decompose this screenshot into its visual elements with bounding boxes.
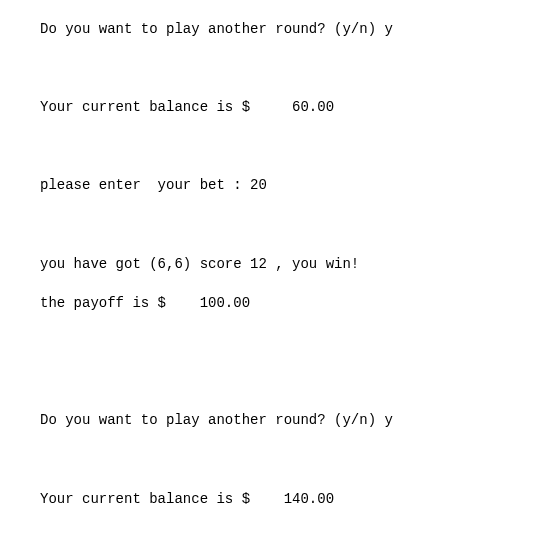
play-prompt-line: Do you want to play another round? (y/n)… xyxy=(40,411,514,431)
blank-line xyxy=(40,451,514,471)
bet-prompt-line: please enter your bet : 20 xyxy=(40,176,514,196)
blank-line xyxy=(40,59,514,79)
blank-line xyxy=(40,333,514,353)
balance-line: Your current balance is $ 140.00 xyxy=(40,490,514,510)
blank-line xyxy=(40,372,514,392)
roll-result-line: you have got (6,6) score 12 , you win! xyxy=(40,255,514,275)
balance-line: Your current balance is $ 60.00 xyxy=(40,98,514,118)
play-prompt-line: Do you want to play another round? (y/n)… xyxy=(40,20,514,40)
terminal-output: Do you want to play another round? (y/n)… xyxy=(0,0,554,542)
payoff-line: the payoff is $ 100.00 xyxy=(40,294,514,314)
blank-line xyxy=(40,137,514,157)
blank-line xyxy=(40,216,514,236)
blank-line xyxy=(40,529,514,542)
